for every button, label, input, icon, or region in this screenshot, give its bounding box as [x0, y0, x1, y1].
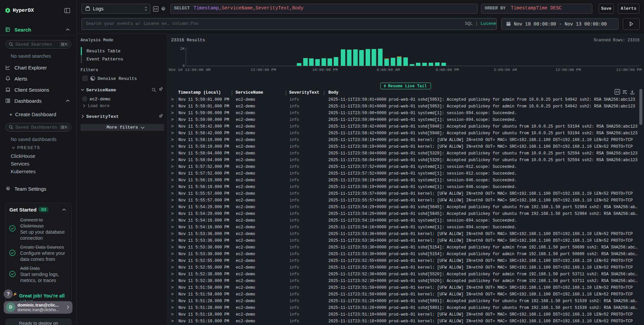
svg-text:11:00:00 PM: 11:00:00 PM [616, 67, 642, 72]
svg-text:2:00:00 AM: 2:00:00 AM [494, 67, 517, 72]
svg-text:10:00:00 PM: 10:00:00 PM [312, 67, 338, 72]
svg-text:2K: 2K [180, 46, 185, 51]
svg-text:12:00:00 PM: 12:00:00 PM [555, 67, 581, 72]
svg-text:8:00:00 AM: 8:00:00 AM [377, 67, 400, 72]
svg-text:5:00:00 PM: 5:00:00 PM [436, 67, 459, 72]
svg-text:Nov 10 12:00:00 AM: Nov 10 12:00:00 AM [169, 67, 210, 72]
svg-text:12:00:00 PM: 12:00:00 PM [251, 67, 276, 72]
